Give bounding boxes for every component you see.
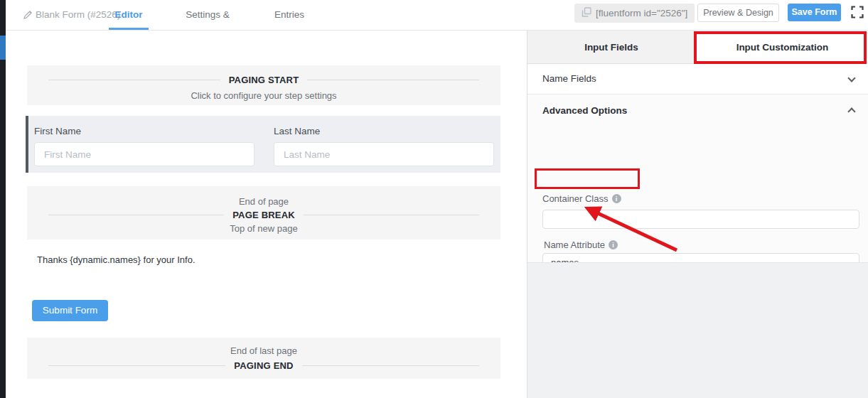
chevron-up-icon[interactable] xyxy=(847,107,855,115)
name-fields-element-selected[interactable]: First Name Last Name xyxy=(26,116,500,173)
info-icon[interactable]: i xyxy=(609,240,618,249)
page-break-block[interactable]: End of page PAGE BREAK Top of new page xyxy=(27,186,500,240)
divider-line xyxy=(48,215,224,215)
advanced-options-header[interactable]: Advanced Options xyxy=(542,105,627,116)
form-editor-canvas: PAGING START Click to configure your ste… xyxy=(6,31,527,398)
sidebar-tab-input-customization[interactable]: Input Customization xyxy=(696,31,868,64)
container-class-label: Container Class i xyxy=(542,193,621,204)
last-name-input[interactable] xyxy=(274,142,494,166)
paging-end-title: PAGING END xyxy=(225,360,301,371)
settings-sidebar: Input Fields Input Customization Name Fi… xyxy=(527,31,868,398)
paging-start-block[interactable]: PAGING START Click to configure your ste… xyxy=(27,65,500,105)
top-of-new-page-text: Top of new page xyxy=(27,223,500,234)
divider-line xyxy=(48,365,225,366)
wp-admin-active-menu-marker[interactable] xyxy=(0,36,6,60)
chevron-down-icon xyxy=(847,74,855,82)
page-break-title: PAGE BREAK xyxy=(224,210,304,220)
edit-title-pencil-icon[interactable] xyxy=(23,10,33,23)
info-icon[interactable]: i xyxy=(612,194,621,203)
container-class-label-text: Container Class xyxy=(542,193,609,204)
container-class-input[interactable] xyxy=(542,210,859,229)
end-of-page-text: End of page xyxy=(27,196,500,207)
form-title: Blank Form (#2526) xyxy=(36,0,120,30)
copy-icon xyxy=(582,7,591,19)
shortcode-text: [fluentform id="2526"] xyxy=(596,8,687,18)
tab-editor[interactable]: Editor xyxy=(109,0,149,30)
divider-line xyxy=(304,215,479,215)
divider-line xyxy=(302,365,479,366)
end-of-last-page-text: End of last page xyxy=(27,345,500,356)
custom-html-element[interactable]: Thanks {dynamic.names} for your Info. xyxy=(37,254,195,265)
first-name-input[interactable] xyxy=(34,142,254,166)
paging-start-title: PAGING START xyxy=(220,75,308,85)
preview-design-button[interactable]: Preview & Design xyxy=(697,4,779,22)
paging-start-subtitle: Click to configure your step settings xyxy=(27,90,500,101)
name-fields-accordion[interactable]: Name Fields xyxy=(527,64,868,95)
save-form-button[interactable]: Save Form xyxy=(788,4,841,21)
tab-settings-integrations[interactable]: Settings & Integrations xyxy=(161,0,254,30)
last-name-label: Last Name xyxy=(274,126,494,136)
top-header-bar: Blank Form (#2526) Editor Settings & Int… xyxy=(6,0,868,31)
divider-line xyxy=(307,80,479,80)
sidebar-tab-input-fields[interactable]: Input Fields xyxy=(527,31,696,64)
advanced-options-section: Advanced Options Container Class i Name … xyxy=(527,95,868,262)
wp-admin-sidebar-strip[interactable] xyxy=(0,0,6,398)
first-name-label: First Name xyxy=(34,126,254,136)
sidebar-empty-area xyxy=(527,262,868,398)
divider-line xyxy=(48,80,220,80)
submit-form-button[interactable]: Submit Form xyxy=(32,300,108,321)
fullscreen-icon[interactable] xyxy=(851,6,864,21)
tab-entries[interactable]: Entries xyxy=(274,0,303,30)
shortcode-copy-pill[interactable]: [fluentform id="2526"] xyxy=(574,4,695,23)
name-attribute-label: Name Attribute i xyxy=(544,240,618,250)
name-attribute-label-text: Name Attribute xyxy=(544,240,605,250)
name-fields-accordion-label: Name Fields xyxy=(542,64,596,94)
paging-end-block[interactable]: End of last page PAGING END xyxy=(27,338,500,379)
